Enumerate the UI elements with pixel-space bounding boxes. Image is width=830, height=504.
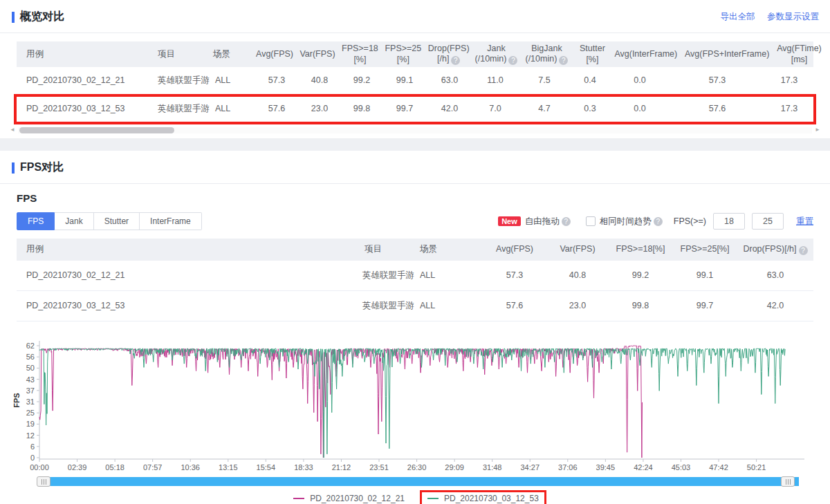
legend-label: PD_20210730_03_12_53 bbox=[444, 494, 539, 503]
column-header: 用例 bbox=[17, 48, 155, 62]
table-cell: PD_20210730_02_12_21 bbox=[17, 269, 360, 283]
table-cell: 99.2 bbox=[341, 74, 382, 88]
svg-text:21:12: 21:12 bbox=[332, 463, 351, 472]
help-icon[interactable] bbox=[799, 246, 808, 255]
time-range-slider[interactable] bbox=[11, 476, 819, 487]
svg-text:02:39: 02:39 bbox=[68, 463, 87, 472]
help-icon[interactable] bbox=[654, 217, 663, 226]
svg-text:12: 12 bbox=[26, 431, 35, 440]
column-header: 用例 bbox=[17, 243, 362, 256]
table-cell: ALL bbox=[212, 74, 255, 88]
overview-title-text: 概览对比 bbox=[20, 10, 64, 24]
legend-item[interactable]: PD_20210730_03_12_53 bbox=[420, 490, 546, 504]
column-header: FPS>=18[%] bbox=[609, 243, 672, 256]
overview-header-links: 导出全部 参数显示设置 bbox=[710, 11, 819, 23]
table-cell: 57.3 bbox=[670, 74, 764, 88]
svg-text:07:57: 07:57 bbox=[143, 463, 163, 472]
svg-text:39:45: 39:45 bbox=[596, 463, 616, 472]
svg-text:23:51: 23:51 bbox=[369, 463, 389, 472]
svg-text:37: 37 bbox=[26, 386, 35, 395]
table-cell: 0.3 bbox=[571, 102, 609, 116]
table-row[interactable]: PD_20210730_03_12_53英雄联盟手游ALL57.623.099.… bbox=[17, 95, 813, 124]
table-cell: 40.8 bbox=[546, 269, 609, 283]
title-accent-bar bbox=[12, 162, 15, 174]
divider bbox=[0, 183, 830, 184]
legend-label: PD_20210730_02_12_21 bbox=[310, 494, 405, 503]
slider-handle-right[interactable] bbox=[781, 476, 795, 487]
table-cell: 0.0 bbox=[609, 74, 670, 88]
scrollbar-thumb[interactable] bbox=[19, 127, 174, 133]
overview-horizontal-scrollbar[interactable]: ◄ ► bbox=[7, 126, 823, 134]
overview-table: 用例项目场景Avg(FPS)Var(FPS)FPS>=18[%]FPS>=25[… bbox=[17, 41, 813, 124]
tab-interframe[interactable]: InterFrame bbox=[140, 212, 202, 230]
column-header: Jank(/10min) bbox=[472, 42, 521, 67]
svg-text:00:00: 00:00 bbox=[30, 463, 49, 472]
table-cell: 63.0 bbox=[737, 269, 813, 283]
svg-text:42:24: 42:24 bbox=[634, 463, 653, 472]
column-header: Var(FPS) bbox=[296, 48, 339, 62]
svg-text:FPS: FPS bbox=[12, 393, 21, 407]
column-header: Drop(FPS)[/h] bbox=[425, 42, 472, 67]
slider-track[interactable] bbox=[39, 477, 799, 486]
overview-section: 概览对比 导出全部 参数显示设置 用例项目场景Avg(FPS)Var(FPS)F… bbox=[0, 0, 830, 138]
fps-line-chart[interactable]: 06121925313743505662FPS00:0002:3905:1807… bbox=[11, 331, 819, 473]
help-icon[interactable] bbox=[451, 56, 460, 65]
svg-text:50:21: 50:21 bbox=[747, 463, 766, 472]
column-header: BigJank(/10min) bbox=[520, 42, 573, 67]
svg-text:34:27: 34:27 bbox=[520, 463, 540, 472]
scroll-right-arrow-icon[interactable]: ► bbox=[812, 126, 823, 134]
export-all-link[interactable]: 导出全部 bbox=[720, 12, 755, 21]
table-cell: 57.6 bbox=[483, 299, 546, 313]
reset-link[interactable]: 重置 bbox=[796, 216, 813, 227]
svg-text:05:18: 05:18 bbox=[105, 463, 124, 472]
chart-legend: PD_20210730_02_12_21PD_20210730_03_12_53 bbox=[0, 490, 830, 504]
table-row[interactable]: PD_20210730_03_12_53英雄联盟手游ALL57.623.099.… bbox=[17, 291, 813, 321]
column-header: FPS>=18[%] bbox=[339, 42, 381, 66]
fps-threshold-input-2[interactable] bbox=[752, 213, 784, 230]
fps-chart-wrap: 06121925313743505662FPS00:0002:3905:1807… bbox=[11, 331, 830, 475]
fps-threshold-input-1[interactable] bbox=[713, 213, 745, 230]
svg-text:18:33: 18:33 bbox=[294, 463, 313, 472]
scrollbar-track[interactable] bbox=[18, 127, 812, 133]
tab-jank[interactable]: Jank bbox=[55, 212, 93, 230]
table-cell: PD_20210730_03_12_53 bbox=[17, 102, 155, 116]
fps-compare-title: FPS对比 bbox=[12, 160, 64, 175]
scroll-left-arrow-icon[interactable]: ◄ bbox=[7, 126, 18, 134]
column-header: Avg(InterFrame) bbox=[611, 48, 680, 62]
slider-handle-left[interactable] bbox=[37, 476, 50, 487]
series-line-PD_20210730_03_12_53 bbox=[39, 348, 785, 458]
help-icon[interactable] bbox=[508, 56, 517, 65]
table-cell: ALL bbox=[417, 269, 483, 283]
table-cell: PD_20210730_03_12_53 bbox=[17, 299, 360, 313]
legend-dash-icon bbox=[427, 498, 439, 499]
table-cell: 英雄联盟手游 bbox=[155, 74, 212, 88]
title-accent-bar bbox=[12, 12, 15, 23]
svg-text:10:36: 10:36 bbox=[181, 463, 200, 472]
svg-text:37:06: 37:06 bbox=[558, 463, 578, 472]
overview-title: 概览对比 bbox=[12, 10, 64, 24]
fps-controls-row: FPSJankStutterInterFrame New 自由拖动 相同时间趋势… bbox=[17, 212, 813, 230]
svg-text:0: 0 bbox=[30, 454, 35, 462]
svg-text:31: 31 bbox=[26, 398, 35, 406]
table-row[interactable]: PD_20210730_02_12_21英雄联盟手游ALL57.340.899.… bbox=[17, 261, 813, 291]
same-time-trend-checkbox[interactable] bbox=[586, 216, 596, 226]
table-cell: 99.2 bbox=[609, 269, 672, 283]
svg-text:6: 6 bbox=[30, 442, 35, 451]
table-cell: 11.0 bbox=[472, 74, 518, 88]
fps-table: 用例项目场景Avg(FPS)Var(FPS)FPS>=18[%]FPS>=25[… bbox=[17, 239, 813, 321]
column-header: 场景 bbox=[210, 48, 253, 62]
help-icon[interactable] bbox=[562, 217, 571, 226]
table-cell: 23.0 bbox=[546, 299, 609, 313]
legend-item[interactable]: PD_20210730_02_12_21 bbox=[288, 492, 410, 504]
help-icon[interactable] bbox=[559, 56, 568, 65]
column-header: Drop(FPS)[/h] bbox=[737, 243, 813, 256]
tab-fps[interactable]: FPS bbox=[17, 212, 55, 230]
table-cell: 英雄联盟手游 bbox=[360, 269, 417, 283]
table-cell: 57.6 bbox=[255, 102, 298, 116]
tab-stutter[interactable]: Stutter bbox=[94, 212, 140, 230]
fps-compare-title-text: FPS对比 bbox=[20, 160, 64, 175]
table-row[interactable]: PD_20210730_02_12_21英雄联盟手游ALL57.340.899.… bbox=[17, 67, 813, 95]
param-display-settings-link[interactable]: 参数显示设置 bbox=[767, 12, 819, 21]
divider bbox=[0, 32, 830, 33]
column-header: Stutter[%] bbox=[573, 42, 611, 66]
